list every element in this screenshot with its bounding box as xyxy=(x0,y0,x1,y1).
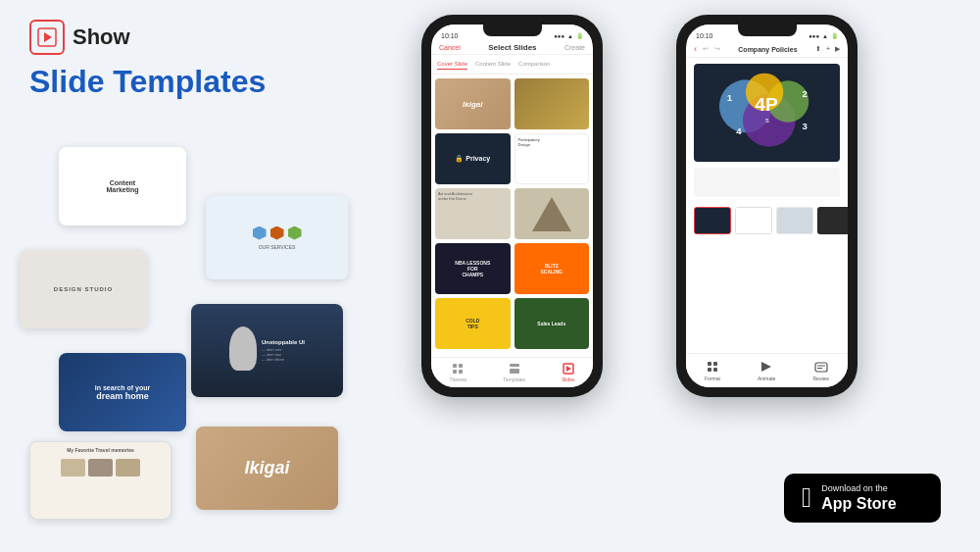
review-tool[interactable]: Review xyxy=(813,360,829,381)
slide-cell-privacy[interactable]: 🔒 Privacy xyxy=(435,133,511,184)
svg-text:4: 4 xyxy=(736,125,742,136)
thumbnail-hexagon: OUR SERVICES xyxy=(206,196,348,279)
play-icon[interactable]: ▶ xyxy=(835,45,840,53)
app-store-line2: App Store xyxy=(821,494,896,513)
cancel-button-phone[interactable]: Cancel xyxy=(439,44,461,51)
svg-marker-9 xyxy=(566,366,571,372)
review-label: Review xyxy=(813,376,829,381)
phone-slide-tabs: Cover Slide Content Slide Comparison xyxy=(431,55,593,75)
phone-bottom-bar: Themes Templates Slides xyxy=(431,357,593,387)
svg-rect-23 xyxy=(708,368,711,372)
tab-cover-slide[interactable]: Cover Slide xyxy=(437,59,467,70)
app-store-text: Download on the App Store xyxy=(821,483,896,513)
svg-text:s: s xyxy=(765,115,769,124)
undo-icon[interactable]: ↩ xyxy=(703,45,709,53)
svg-rect-7 xyxy=(510,369,519,374)
strip-thumb-4[interactable] xyxy=(817,207,848,234)
format-label: Format xyxy=(705,376,720,381)
tab-content-slide[interactable]: Content Slide xyxy=(475,59,511,70)
bottom-tab-slides[interactable]: Slides xyxy=(562,363,575,382)
slide-cell-architecture[interactable]: Art and Architectureunder the Dome xyxy=(435,188,511,239)
animate-label: Animate xyxy=(758,376,775,381)
svg-rect-4 xyxy=(453,370,457,374)
status-time-left: 10:10 xyxy=(441,32,459,39)
svg-rect-24 xyxy=(713,368,717,372)
share-icon[interactable]: ⬆ xyxy=(815,45,821,53)
svg-rect-5 xyxy=(459,370,463,374)
tab-comparison[interactable]: Comparison xyxy=(518,59,550,70)
main-slide-preview: 4P s 1 2 3 4 xyxy=(694,64,840,162)
phone-right: 10:10 ●●● ▲ 🔋 ‹ ↩ ↪ Company Policies ⬆ + xyxy=(676,15,858,397)
logo-area: Show xyxy=(29,20,402,55)
slide-cell-book[interactable] xyxy=(514,78,590,129)
strip-thumb-3[interactable] xyxy=(776,207,813,234)
apple-icon:  xyxy=(802,484,811,512)
page-headline: Slide Templates xyxy=(29,63,402,100)
status-time-right: 10:10 xyxy=(696,32,713,39)
strip-thumb-2[interactable] xyxy=(735,207,772,234)
svg-text:4P: 4P xyxy=(755,94,778,115)
logo-text: Show xyxy=(73,25,130,50)
app-store-line1: Download on the xyxy=(821,483,896,494)
phone-nav-title: Select Slides xyxy=(488,43,536,52)
phone-right-topbar: ‹ ↩ ↪ Company Policies ⬆ + ▶ xyxy=(686,41,848,58)
app-store-button[interactable]:  Download on the App Store xyxy=(784,474,941,523)
create-button-phone[interactable]: Create xyxy=(564,44,585,51)
slide-cell-pyramid[interactable] xyxy=(514,188,590,239)
redo-icon[interactable]: ↪ xyxy=(714,45,720,53)
svg-text:2: 2 xyxy=(803,87,808,98)
slide-grid: Ikigai 🔒 Privacy ParticipatoryDesign Ar xyxy=(431,75,593,353)
svg-rect-6 xyxy=(510,364,519,367)
svg-rect-2 xyxy=(453,364,457,368)
thumbnail-travel: My Favorite Travel memories xyxy=(29,441,172,520)
slide-cell-ikigai[interactable]: Ikigai xyxy=(435,78,511,129)
bottom-tab-themes[interactable]: Themes xyxy=(449,363,466,382)
slide-cell-cold[interactable]: COLDTIPS xyxy=(435,298,511,349)
svg-marker-25 xyxy=(761,362,771,372)
phone-left: 10:10 ●●● ▲ 🔋 Cancel Select Slides Creat… xyxy=(421,15,603,397)
presentation-title: Company Policies xyxy=(738,46,797,53)
slide-cell-sales[interactable]: Sales Leads xyxy=(514,298,590,349)
svg-rect-3 xyxy=(459,364,463,368)
four-p-graphic: 4P s 1 2 3 4 xyxy=(694,64,840,162)
svg-rect-21 xyxy=(708,362,711,366)
animate-tool[interactable]: Animate xyxy=(758,360,775,381)
svg-rect-26 xyxy=(815,363,827,372)
thumbnail-strip: CONTINUE xyxy=(686,201,848,240)
slide-cell-blitz[interactable]: BLITZSCALING xyxy=(514,243,590,294)
thumbnail-robot: Unstoppable UI — item one — item two — i… xyxy=(191,304,343,397)
notes-area xyxy=(694,168,840,197)
svg-marker-1 xyxy=(44,32,52,42)
thumbnail-ikigai-small: Ikigai xyxy=(196,427,338,510)
back-chevron-icon[interactable]: ‹ xyxy=(694,44,697,54)
strip-thumb-1[interactable] xyxy=(694,207,731,234)
thumbnail-dream-home: in search of yourdream home xyxy=(59,353,186,431)
thumbnail-content-marketing: ContentMarketing xyxy=(59,147,186,226)
add-icon[interactable]: + xyxy=(826,45,830,53)
svg-rect-22 xyxy=(713,362,717,366)
thumbnail-design-studio: DESIGN STUDIO xyxy=(20,250,147,328)
phone-tools-bar: Format Animate Review xyxy=(686,353,848,387)
bottom-tab-templates[interactable]: Templates xyxy=(503,363,525,382)
slide-cell-participatory[interactable]: ParticipatoryDesign xyxy=(514,133,590,184)
svg-text:1: 1 xyxy=(727,92,733,103)
logo-icon xyxy=(29,20,65,55)
format-tool[interactable]: Format xyxy=(705,360,720,381)
phone-left-nav: Cancel Select Slides Create xyxy=(431,41,593,55)
svg-text:3: 3 xyxy=(803,121,808,131)
slide-cell-nba[interactable]: NBA LESSONSFORCHAMPS xyxy=(435,243,511,294)
